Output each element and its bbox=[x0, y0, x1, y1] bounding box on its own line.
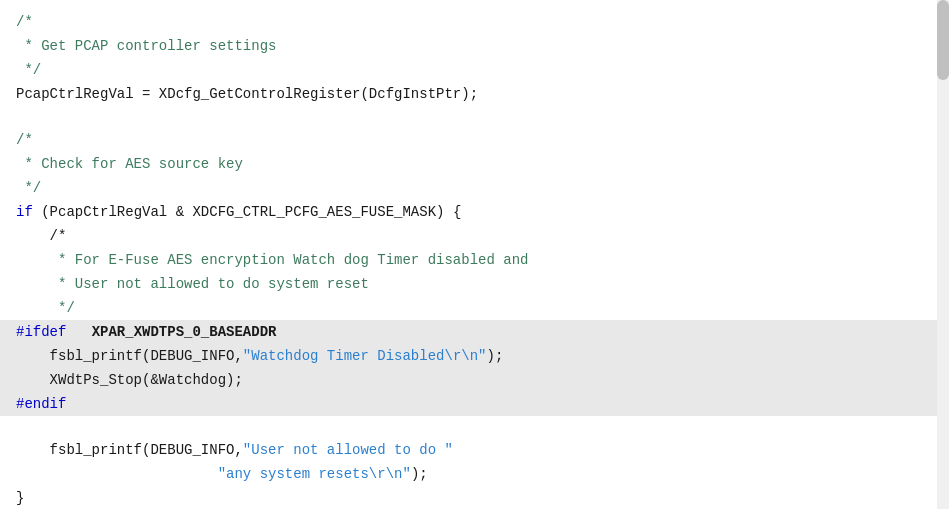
string-token: "any system resets\r\n" bbox=[218, 466, 411, 482]
preprocessor-token: #ifdef bbox=[16, 324, 66, 340]
table-row: * Get PCAP controller settings bbox=[0, 34, 949, 58]
scrollbar-thumb[interactable] bbox=[937, 0, 949, 80]
string-token: "User not allowed to do " bbox=[243, 442, 453, 458]
normal-token: /* bbox=[16, 228, 66, 244]
table-row: /* bbox=[0, 128, 949, 152]
table-row: */ bbox=[0, 176, 949, 200]
table-row: "any system resets\r\n"); bbox=[0, 462, 949, 486]
table-row: */ bbox=[0, 296, 949, 320]
table-row: } bbox=[0, 486, 949, 509]
comment-token: /* bbox=[16, 14, 33, 30]
table-row bbox=[0, 106, 949, 128]
comment-token: * User not allowed to do system reset bbox=[16, 276, 369, 292]
normal-token: fsbl_printf(DEBUG_INFO, bbox=[16, 442, 243, 458]
table-row: PcapCtrlRegVal = XDcfg_GetControlRegiste… bbox=[0, 82, 949, 106]
normal-token: (PcapCtrlRegVal & XDCFG_CTRL_PCFG_AES_FU… bbox=[33, 204, 461, 220]
comment-token: * Check for AES source key bbox=[16, 156, 243, 172]
table-row: #endif bbox=[0, 392, 949, 416]
normal-token bbox=[16, 466, 218, 482]
table-row: * For E-Fuse AES encryption Watch dog Ti… bbox=[0, 248, 949, 272]
comment-token: /* bbox=[16, 132, 33, 148]
comment-token: */ bbox=[16, 180, 41, 196]
comment-token: * For E-Fuse AES encryption Watch dog Ti… bbox=[16, 252, 528, 268]
table-row: XWdtPs_Stop(&Watchdog); bbox=[0, 368, 949, 392]
string-token: "Watchdog Timer Disabled\r\n" bbox=[243, 348, 487, 364]
comment-token: * Get PCAP controller settings bbox=[16, 38, 276, 54]
table-row: * User not allowed to do system reset bbox=[0, 272, 949, 296]
keyword-token: if bbox=[16, 204, 33, 220]
table-row bbox=[0, 416, 949, 438]
comment-token: */ bbox=[16, 62, 41, 78]
normal-token: PcapCtrlRegVal = XDcfg_GetControlRegiste… bbox=[16, 86, 478, 102]
table-row: #ifdef XPAR_XWDTPS_0_BASEADDR bbox=[0, 320, 949, 344]
table-row: fsbl_printf(DEBUG_INFO,"Watchdog Timer D… bbox=[0, 344, 949, 368]
code-editor: /* * Get PCAP controller settings */Pcap… bbox=[0, 0, 949, 509]
normal-token bbox=[66, 324, 91, 340]
macro-token: XPAR_XWDTPS_0_BASEADDR bbox=[92, 324, 277, 340]
table-row: /* bbox=[0, 10, 949, 34]
normal-token: } bbox=[16, 490, 24, 506]
table-row: */ bbox=[0, 58, 949, 82]
table-row: if (PcapCtrlRegVal & XDCFG_CTRL_PCFG_AES… bbox=[0, 200, 949, 224]
preprocessor-token: #endif bbox=[16, 396, 66, 412]
table-row: /* bbox=[0, 224, 949, 248]
scrollbar[interactable] bbox=[937, 0, 949, 509]
normal-token: ); bbox=[486, 348, 503, 364]
table-row: * Check for AES source key bbox=[0, 152, 949, 176]
code-block: /* * Get PCAP controller settings */Pcap… bbox=[0, 10, 949, 509]
normal-token: XWdtPs_Stop(&Watchdog); bbox=[16, 372, 243, 388]
comment-token: */ bbox=[16, 300, 75, 316]
normal-token: fsbl_printf(DEBUG_INFO, bbox=[16, 348, 243, 364]
normal-token: ); bbox=[411, 466, 428, 482]
table-row: fsbl_printf(DEBUG_INFO,"User not allowed… bbox=[0, 438, 949, 462]
